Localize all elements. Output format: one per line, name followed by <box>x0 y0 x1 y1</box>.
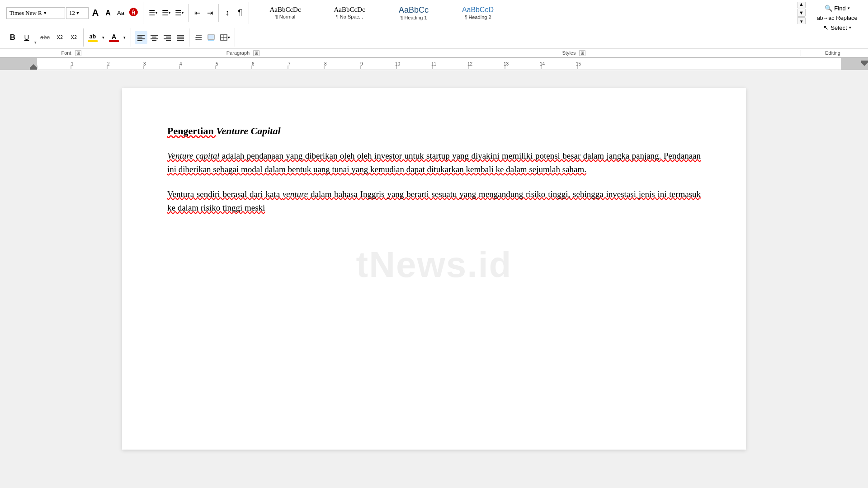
format-divider1 <box>83 28 84 47</box>
svg-rect-59 <box>861 61 868 62</box>
list-paragraph-section: ☰▾ ☰▾ ☰▾ ⇤ ⇥ ↕ ¶ <box>144 2 249 24</box>
document-content[interactable]: Pengertian Venture Capital Venture capit… <box>167 124 701 215</box>
paragraph-expand-icon[interactable]: ⊞ <box>253 50 259 56</box>
line-spacing-dropdown-button[interactable]: ↕ <box>192 31 204 44</box>
align-justify-button[interactable] <box>174 31 187 44</box>
ruler-margin-right <box>841 58 868 70</box>
svg-text:2: 2 <box>107 61 110 66</box>
styles-scroll-up-button[interactable]: ▲ <box>797 2 806 8</box>
underline-button[interactable]: U <box>20 31 33 44</box>
font-expand-icon[interactable]: ⊞ <box>75 50 81 56</box>
svg-marker-58 <box>861 62 868 66</box>
svg-text:4: 4 <box>179 61 182 66</box>
align-right-button[interactable] <box>161 31 174 44</box>
font-shrink-button[interactable]: A <box>102 7 114 19</box>
svg-text:↕: ↕ <box>194 35 197 41</box>
ruler-margin-left <box>0 58 37 70</box>
change-case-button[interactable]: Aa <box>115 7 127 19</box>
heading-prefix: Pengertian <box>167 125 216 136</box>
font-color-bar <box>109 40 119 42</box>
style-heading1[interactable]: AaBbCc ¶ Heading 1 <box>382 2 445 24</box>
svg-text:9: 9 <box>360 61 363 66</box>
style-normal-preview: AaBbCcDc <box>269 6 301 13</box>
list-divider <box>188 4 189 22</box>
paragraph-1[interactable]: Venture capital adalah pendanaan yang di… <box>167 149 701 177</box>
style-nospace-label: ¶ No Spac... <box>336 14 363 19</box>
subscript-button[interactable]: X2 <box>53 31 66 44</box>
styles-section: AaBbCcDc ¶ Normal AaBbCcDc ¶ No Spac... … <box>250 2 809 24</box>
style-h2-preview: AaBbCcD <box>462 6 494 14</box>
document-area: tNews.id Pengertian Venture Capital Vent… <box>0 70 868 468</box>
styles-expand-button[interactable]: ▾ <box>797 17 806 24</box>
line-spacing-button[interactable]: ↕ <box>222 7 233 19</box>
align-left-button[interactable] <box>135 31 147 44</box>
font-size-input[interactable]: 12 ▼ <box>66 7 89 19</box>
paragraph-2[interactable]: Ventura sendiri berasal dari kata ventur… <box>167 188 701 215</box>
strikethrough-button[interactable]: abc <box>38 31 52 44</box>
superscript-button[interactable]: X2 <box>67 31 80 44</box>
p1-venture-capital: Venture capital <box>167 151 219 160</box>
document-heading: Pengertian Venture Capital <box>167 124 701 138</box>
align-section: ↕ ▾ <box>132 28 235 47</box>
styles-label-section: Styles ⊞ <box>347 50 801 56</box>
p2-text-start: Ventura sendiri berasal dari kata <box>167 189 283 199</box>
svg-text:6: 6 <box>252 61 255 66</box>
ruler-body: 1 2 3 4 5 6 7 8 9 10 11 12 13 1 <box>37 58 841 70</box>
editing-label-section: Editing <box>801 50 864 56</box>
highlight-dropdown-button[interactable]: ▾ <box>100 31 107 44</box>
svg-text:1: 1 <box>71 61 74 66</box>
p2-venture-word: venture <box>283 189 308 199</box>
document-page: tNews.id Pengertian Venture Capital Vent… <box>122 88 746 450</box>
font-label-section: Font ⊞ <box>4 50 139 56</box>
paragraph-label-section: Paragraph ⊞ <box>139 50 347 56</box>
highlight-color-bar <box>88 40 98 42</box>
shading-button[interactable] <box>205 31 217 44</box>
style-no-spacing[interactable]: AaBbCcDc ¶ No Spac... <box>318 2 381 24</box>
svg-rect-26 <box>30 68 37 70</box>
increase-indent-button[interactable]: ⇥ <box>204 7 216 19</box>
font-grow-button[interactable]: A <box>90 7 101 19</box>
svg-text:3: 3 <box>143 61 146 66</box>
cursor-icon: ↖ <box>823 24 829 31</box>
search-icon: 🔍 <box>825 5 832 12</box>
ruler: 1 2 3 4 5 6 7 8 9 10 11 12 13 1 <box>0 58 868 70</box>
multilevel-list-button[interactable]: ☰▾ <box>173 7 185 19</box>
select-button[interactable]: ↖ Select ▾ <box>821 23 853 32</box>
font-name-input[interactable]: Times New R ▼ <box>6 7 65 19</box>
style-normal-label: ¶ Normal <box>275 14 295 19</box>
p1-text: adalah pendanaan yang diberikan oleh ole… <box>167 151 701 174</box>
svg-text:13: 13 <box>504 61 509 66</box>
decrease-indent-button[interactable]: ⇤ <box>191 7 203 19</box>
bold-button[interactable]: B <box>6 31 19 44</box>
style-normal[interactable]: AaBbCcDc ¶ Normal <box>254 2 317 24</box>
svg-text:5: 5 <box>216 61 218 66</box>
svg-text:10: 10 <box>395 61 401 66</box>
align-center-button[interactable] <box>148 31 160 44</box>
text-highlight-button[interactable]: ab <box>87 32 99 43</box>
replace-icon: ab→ac <box>817 15 834 21</box>
svg-text:8: 8 <box>324 61 327 66</box>
editing-section: 🔍 Find ▾ ab→ac Replace ↖ Select ▾ <box>810 2 864 24</box>
svg-marker-25 <box>30 64 37 68</box>
numbered-list-button[interactable]: ☰▾ <box>160 7 172 19</box>
borders-button[interactable]: ▾ <box>218 31 232 44</box>
style-heading2[interactable]: AaBbCcD ¶ Heading 2 <box>446 2 509 24</box>
svg-rect-20 <box>208 35 214 39</box>
style-gallery: AaBbCcDc ¶ Normal AaBbCcDc ¶ No Spac... … <box>254 2 795 24</box>
clear-format-button[interactable]: 🅐 <box>127 7 140 19</box>
style-h1-label: ¶ Heading 1 <box>400 15 427 20</box>
replace-button[interactable]: ab→ac Replace <box>815 14 859 22</box>
svg-text:14: 14 <box>540 61 545 66</box>
styles-expand-icon[interactable]: ⊞ <box>579 50 585 56</box>
svg-text:12: 12 <box>467 61 473 66</box>
font-color-dropdown-button[interactable]: ▾ <box>121 31 128 44</box>
show-hide-button[interactable]: ¶ <box>234 7 246 19</box>
font-format-section: B U ▾ abc X2 X2 ab ▾ A ▾ <box>4 28 131 47</box>
svg-text:15: 15 <box>576 61 581 66</box>
style-h2-label: ¶ Heading 2 <box>464 14 491 20</box>
bullet-list-button[interactable]: ☰▾ <box>147 7 159 19</box>
styles-scroll-down-button[interactable]: ▼ <box>797 9 806 17</box>
font-color-button[interactable]: A <box>108 32 120 43</box>
find-button[interactable]: 🔍 Find ▾ <box>823 4 851 13</box>
indent-divider <box>218 4 219 22</box>
